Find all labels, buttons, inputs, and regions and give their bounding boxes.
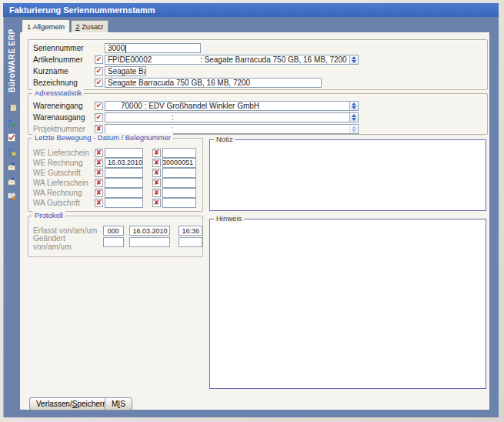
spinner-icon[interactable] — [349, 55, 358, 64]
we-lieferschein-doc-input[interactable] — [162, 148, 196, 158]
wareneingang-combo[interactable]: 70000 : EDV Großhandel Winkler GmbH — [105, 101, 359, 111]
we-gutschrift-label: WE Gutschrift — [33, 169, 95, 177]
kurzname-input[interactable]: Seagate Ba — [105, 66, 146, 76]
geaendert-user-field — [103, 237, 124, 247]
cross-note-icon[interactable]: ✘ — [152, 189, 161, 197]
erfasst-date-field: 16.03.2010 /Di — [129, 226, 169, 236]
wa-lieferschein-label: WA Lieferschein — [33, 179, 95, 187]
person-check-icon[interactable] — [6, 118, 17, 128]
letzte-bewegung-title: Letzte Bewegung - Datum / Belegnummer — [32, 133, 173, 142]
seriennummer-input[interactable]: 3000 — [105, 43, 201, 53]
verlassen-speichern-button[interactable]: Verlassen/Speichern — [29, 397, 114, 410]
bezeichnung-label: Bezeichnung — [33, 79, 95, 87]
contact-card-icon[interactable] — [6, 103, 17, 113]
hinweis-box[interactable]: Hinweis — [209, 219, 486, 389]
wa-gutschrift-doc-input[interactable] — [162, 198, 196, 208]
cross-note-icon[interactable]: ✘ — [95, 189, 103, 197]
note-check-icon[interactable] — [6, 132, 17, 142]
wa-rechnung-label: WA Rechnung — [33, 189, 95, 197]
warenausgang-combo[interactable]: : — [105, 112, 359, 122]
wareneingang-label: Wareneingang — [33, 102, 95, 110]
mail-arrow-up-icon-2[interactable] — [6, 176, 17, 186]
cross-note-icon[interactable]: ✘ — [152, 179, 161, 187]
titlebar[interactable]: Fakturierung Seriennummernstamm — [3, 3, 499, 17]
we-rechnung-date-input[interactable]: 16.03.2010 /Di — [105, 158, 143, 168]
geaendert-label: Geändert von/am/um — [33, 234, 103, 251]
adressstatistik-title: Adressstatistik — [32, 89, 84, 97]
tab-bar: 1 Allgemein 2 Zusatz — [20, 17, 489, 32]
window-frame: Fakturierung Seriennummernstamm BüroWARE… — [3, 3, 499, 417]
tab-zusatz[interactable]: 2 Zusatz — [71, 20, 108, 32]
artikelnummer-code: FPIDE00002 — [108, 55, 200, 64]
cross-note-icon[interactable]: ✘ — [152, 149, 161, 157]
spinner-icon[interactable] — [349, 113, 358, 122]
letzte-bewegung-group: Letzte Bewegung - Datum / Belegnummer WE… — [28, 138, 203, 212]
mail-arrow-up-icon[interactable] — [6, 162, 17, 172]
cross-note-icon[interactable]: ✘ — [152, 199, 161, 207]
person-package-icon[interactable] — [6, 147, 17, 157]
artikelnummer-label: Artikelnummer — [33, 55, 95, 64]
notiz-box[interactable]: Notiz — [209, 139, 486, 211]
we-gutschrift-date-input[interactable] — [105, 168, 143, 178]
cross-note-icon[interactable]: ✘ — [95, 159, 103, 167]
geaendert-date-field — [129, 237, 169, 247]
book-icon[interactable] — [6, 191, 17, 201]
cross-note-icon[interactable]: ✘ — [95, 199, 103, 207]
wa-gutschrift-date-input[interactable] — [105, 198, 143, 208]
we-rechnung-label: WE Rechnung — [33, 159, 95, 167]
protokoll-title: Protokoll — [32, 211, 65, 219]
check-note-icon[interactable]: ✔ — [95, 67, 103, 75]
cross-note-icon[interactable]: ✘ — [152, 159, 161, 167]
adressstatistik-group: Adressstatistik Wareneingang ✔ 70000 : E… — [28, 93, 488, 135]
projektnummer-label: Projektnummer — [33, 125, 95, 133]
mis-button[interactable]: MIS — [105, 397, 132, 410]
hinweis-title: Hinweis — [214, 214, 244, 223]
notiz-textarea[interactable] — [210, 140, 486, 210]
artikelnummer-desc: : Seagate Barracuda 750 GB, 16 MB, 7200 — [200, 55, 347, 64]
tab-content-allgemein: Seriennummer 3000 Artikelnummer ✔ FPIDE — [20, 32, 489, 410]
check-note-icon[interactable]: ✔ — [95, 55, 103, 64]
text-caret — [125, 45, 126, 52]
bezeichnung-input[interactable]: Seagate Barracuda 750 GB, 16 MB, 7200 — [105, 78, 322, 88]
kurzname-label: Kurzname — [33, 67, 95, 75]
wa-gutschrift-label: WA Gutschrift — [33, 199, 95, 207]
seriennummer-label: Seriennummer — [33, 44, 95, 52]
erfasst-time-field: 16:36 — [179, 226, 202, 236]
we-rechnung-doc-input[interactable]: 30000051 — [162, 158, 196, 168]
general-group: Seriennummer 3000 Artikelnummer ✔ FPIDE — [28, 39, 488, 90]
we-lieferschein-date-input[interactable] — [105, 148, 143, 158]
protokoll-group: Protokoll Erfasst von/am/um 000 16.03.20… — [28, 216, 203, 257]
cross-note-icon[interactable]: ✘ — [152, 169, 161, 177]
cross-note-icon[interactable]: ✘ — [95, 125, 103, 133]
wa-rechnung-doc-input[interactable] — [162, 188, 196, 198]
notiz-title: Notiz — [214, 135, 235, 143]
application-window: Fakturierung Seriennummernstamm BüroWARE… — [0, 0, 504, 422]
check-note-icon[interactable]: ✔ — [95, 79, 103, 87]
check-note-icon[interactable]: ✔ — [95, 102, 103, 110]
wa-rechnung-date-input[interactable] — [105, 188, 143, 198]
we-lieferschein-label: WE Lieferschein — [33, 149, 95, 157]
cross-note-icon[interactable]: ✘ — [95, 149, 103, 157]
we-gutschrift-doc-input[interactable] — [162, 168, 196, 178]
check-note-icon[interactable]: ✔ — [95, 113, 103, 122]
erfasst-user-field: 000 — [103, 226, 124, 236]
geaendert-time-field — [179, 237, 202, 247]
cross-note-icon[interactable]: ✘ — [95, 179, 103, 187]
tab-allgemein[interactable]: 1 Allgemein — [22, 19, 70, 33]
sidebar: BüroWARE ERP — [3, 17, 20, 417]
hinweis-textarea[interactable] — [210, 219, 486, 388]
cross-note-icon[interactable]: ✘ — [95, 169, 103, 177]
artikelnummer-combo[interactable]: FPIDE00002 : Seagate Barracuda 750 GB, 1… — [105, 55, 359, 65]
wa-lieferschein-date-input[interactable] — [105, 178, 143, 188]
brand-vertical-text: BüroWARE ERP — [8, 22, 16, 92]
wa-lieferschein-doc-input[interactable] — [162, 178, 196, 188]
spinner-icon — [349, 125, 358, 133]
warenausgang-label: Warenausgang — [33, 113, 95, 122]
spinner-icon[interactable] — [349, 102, 358, 110]
window-title: Fakturierung Seriennummernstamm — [9, 5, 155, 15]
